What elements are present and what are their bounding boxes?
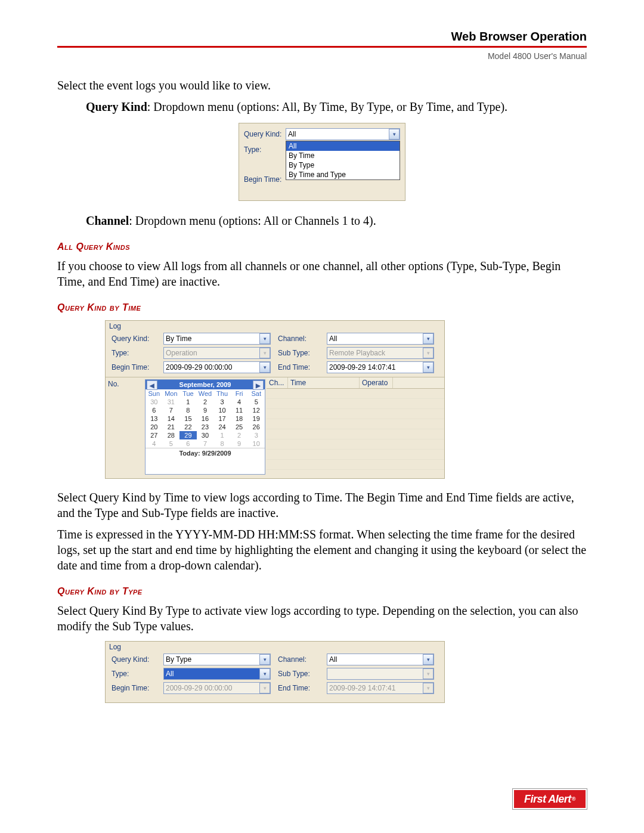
query-kind-label: Query Kind [86,100,147,113]
first-alert-logo: First Alert® [513,789,587,809]
time-p1: Select Query Kind by Time to view logs a… [57,490,587,521]
chevron-down-icon: ▾ [423,683,434,693]
calendar[interactable]: ◀ September, 2009 ▶ SunMonTueWedThuFriSa… [145,379,265,475]
type-text: Select Query Kind By Type to activate vi… [57,603,587,634]
end-time-input[interactable]: 2009-09-29 14:07:41▾ [327,361,434,373]
calendar-title: September, 2009 [179,381,231,388]
chevron-down-icon[interactable]: ▾ [423,654,434,665]
chevron-down-icon[interactable]: ▾ [423,362,434,373]
begin-label: Begin Time: [112,363,156,371]
chevron-down-icon[interactable]: ▾ [389,129,400,140]
log-col-operato: Operato [360,377,393,388]
combo-value: Remote Playback [329,348,385,358]
page-header-subtitle: Model 4800 User's Manual [57,51,587,61]
qk-label: Query Kind: [112,335,156,343]
channel-label: Channel: [278,335,320,343]
qk-combo[interactable]: All ▾ [286,128,400,140]
qk-combo[interactable]: By Time▾ [163,333,271,345]
query-kind-dropdown-figure: Query Kind: All ▾ All By Time By Type By… [239,123,405,201]
type-combo: Operation▾ [163,347,271,359]
log-table: Ch... Time Operato [267,377,444,478]
intro-paragraph: Select the event logs you would like to … [57,78,587,93]
log-legend: Log [109,643,444,651]
end-time-input: 2009-09-29 14:07:41▾ [327,682,434,694]
log-col-time: Time [288,377,360,388]
qk-combo[interactable]: By Type▾ [163,654,271,665]
end-label: End Time: [278,363,320,371]
no-column-header: No. [106,377,145,478]
log-legend: Log [109,322,444,330]
calendar-grid[interactable]: SunMonTueWedThuFriSat 303112345678910111… [145,389,265,448]
type-combo[interactable]: All▾ [163,668,271,680]
qk-label: Query Kind: [244,130,286,138]
combo-value: By Type [166,654,191,665]
combo-value: All [329,654,337,665]
type-label: Type: [112,349,156,357]
channel-description: Channel: Dropdown menu (options: All or … [86,213,587,228]
input-value: 2009-09-29 14:07:41 [329,683,395,693]
channel-combo[interactable]: All▾ [327,654,434,665]
query-kind-by-time-heading: Query Kind by Time [57,302,587,313]
combo-value: All [329,333,337,344]
chevron-down-icon: ▾ [423,668,434,679]
chevron-down-icon: ▾ [259,683,270,693]
query-kind-description: Query Kind: Dropdown menu (options: All,… [86,99,587,114]
input-value: 2009-09-29 00:00:00 [166,683,232,693]
chevron-down-icon: ▾ [423,348,434,358]
query-kind-by-type-heading: Query Kind by Type [57,586,587,597]
calendar-prev-icon[interactable]: ◀ [147,380,157,390]
chevron-down-icon[interactable]: ▾ [259,333,270,344]
type-label: Type: [112,670,156,678]
log-rows [267,389,444,478]
time-p2: Time is expressed in the YYYY-MM-DD HH:M… [57,527,587,573]
chevron-down-icon[interactable]: ▾ [423,333,434,344]
query-kind-text: : Dropdown menu (options: All, By Time, … [147,100,507,113]
type-label: Type: [244,145,286,154]
calendar-next-icon[interactable]: ▶ [253,380,264,390]
chevron-down-icon: ▾ [259,348,270,358]
chevron-down-icon[interactable]: ▾ [259,654,270,665]
subtype-label: Sub Type: [278,349,320,357]
subtype-combo: ▾ [327,668,434,680]
subtype-combo: Remote Playback▾ [327,347,434,359]
channel-combo[interactable]: All▾ [327,333,434,345]
begin-time-label: Begin Time: [244,175,286,184]
log-by-type-figure: Log Query Kind: By Type▾ Channel: All▾ T… [105,641,445,703]
channel-label: Channel [86,214,129,227]
channel-text: : Dropdown menu (options: All or Channel… [129,214,376,227]
qk-combo-value: All [288,129,296,140]
log-by-time-figure: Log Query Kind: By Time▾ Channel: All▾ T… [105,320,445,479]
page-header-title: Web Browser Operation [57,30,587,44]
input-value: 2009-09-29 14:07:41 [329,362,395,373]
channel-label: Channel: [278,655,320,664]
all-query-kinds-text: If you choose to view All logs from all … [57,258,587,289]
header-rule [57,46,587,48]
combo-value: Operation [166,348,197,358]
combo-value: All [166,668,174,679]
chevron-down-icon[interactable]: ▾ [259,668,270,679]
subtype-label: Sub Type: [278,670,320,678]
all-query-kinds-heading: All Query Kinds [57,241,587,252]
begin-time-input[interactable]: 2009-09-29 00:00:00▾ [163,361,271,373]
chevron-down-icon[interactable]: ▾ [259,362,270,373]
begin-time-input: 2009-09-29 00:00:00▾ [163,682,271,694]
input-value: 2009-09-29 00:00:00 [166,362,232,373]
log-col-ch: Ch... [267,377,288,388]
begin-label: Begin Time: [112,684,156,692]
combo-value: By Time [166,333,191,344]
end-label: End Time: [278,684,320,692]
calendar-footer[interactable]: Today: 9/29/2009 [145,448,265,458]
qk-label: Query Kind: [112,655,156,664]
